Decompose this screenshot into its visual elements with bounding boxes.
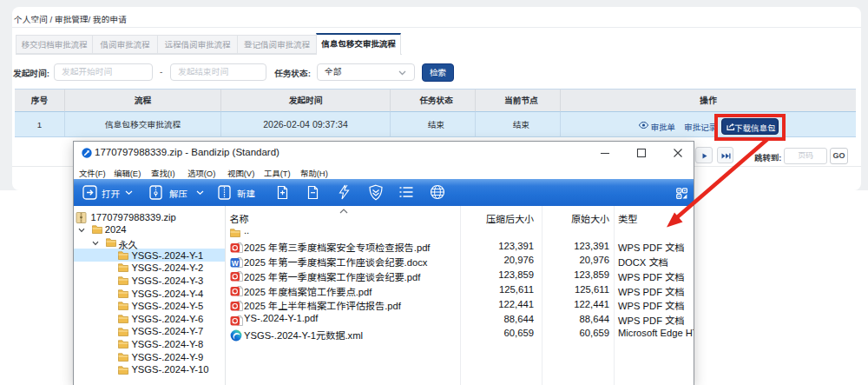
svg-text:W: W [232,258,240,267]
